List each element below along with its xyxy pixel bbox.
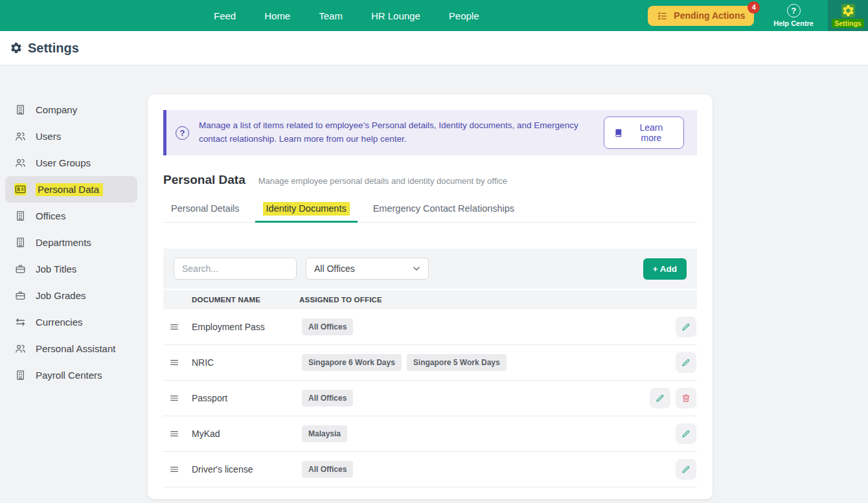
office-chip: All Offices — [302, 390, 353, 407]
nav-settings-label: Settings — [832, 19, 863, 28]
pending-actions-button[interactable]: Pending Actions — [648, 6, 754, 26]
building-icon — [14, 369, 27, 381]
sidebar-item-label: Company — [36, 104, 77, 115]
document-name: NRIC — [192, 357, 302, 368]
sidebar-item-company[interactable]: Company — [5, 96, 137, 123]
pending-actions-label: Pending Actions — [674, 10, 745, 21]
table-row: PassportAll Offices — [163, 381, 697, 416]
drag-handle-icon[interactable] — [168, 464, 180, 475]
question-circle-icon: ? — [176, 126, 189, 140]
tab-emergency-contact-relationships[interactable]: Emergency Contact Relationships — [365, 203, 522, 222]
page-header: Settings — [0, 31, 868, 65]
office-filter-select[interactable]: All Offices — [306, 258, 429, 280]
tab-identity-documents[interactable]: Identity Documents — [255, 203, 358, 222]
row-actions — [676, 423, 696, 444]
briefcase-icon — [14, 263, 27, 275]
sidebar-item-label: Job Titles — [36, 263, 76, 274]
users-icon — [14, 342, 27, 355]
sidebar-item-label: Currencies — [36, 317, 83, 328]
sidebar-item-users[interactable]: Users — [5, 123, 137, 150]
sidebar-item-payroll-centers[interactable]: Payroll Centers — [5, 362, 137, 388]
office-chip: Singapore 6 Work Days — [302, 354, 402, 371]
pencil-icon — [681, 464, 691, 475]
office-chips: All Offices — [302, 390, 650, 407]
top-navbar: FeedHomeTeamHR LoungePeople Pending Acti… — [0, 0, 868, 31]
sidebar-item-label: Users — [36, 131, 61, 142]
pending-actions: Pending Actions 4 — [648, 6, 754, 26]
id-card-icon — [14, 183, 27, 196]
sidebar-item-job-grades[interactable]: Job Grades — [5, 282, 137, 309]
users-icon — [14, 130, 27, 142]
edit-button[interactable] — [676, 423, 696, 444]
edit-button[interactable] — [676, 352, 696, 373]
users-icon — [14, 157, 27, 169]
nav-settings-button[interactable]: Settings — [828, 0, 868, 31]
edit-button[interactable] — [676, 459, 696, 480]
briefcase-icon — [14, 289, 27, 302]
sidebar-item-user-groups[interactable]: User Groups — [5, 150, 137, 176]
pencil-icon — [655, 393, 665, 403]
checklist-icon — [657, 10, 668, 21]
nav-people[interactable]: People — [449, 10, 479, 21]
table-header: DOCUMENT NAME ASSIGNED TO OFFICE — [163, 290, 697, 309]
office-chips: Singapore 6 Work DaysSingapore 5 Work Da… — [302, 354, 676, 371]
delete-button[interactable] — [676, 388, 696, 408]
page-title: Settings — [28, 41, 79, 56]
tab-label: Identity Documents — [263, 202, 350, 216]
question-circle-icon: ? — [787, 4, 801, 17]
document-name: Employment Pass — [192, 322, 302, 332]
gear-icon — [841, 4, 855, 17]
office-chip: Singapore 5 Work Days — [407, 354, 507, 371]
pending-actions-badge: 4 — [748, 1, 760, 14]
table-body: Employment PassAll OfficesNRICSingapore … — [163, 309, 697, 487]
nav-team[interactable]: Team — [319, 10, 343, 21]
sidebar-item-label: User Groups — [36, 157, 91, 168]
add-button[interactable]: + Add — [643, 258, 687, 280]
pencil-icon — [681, 357, 691, 368]
sidebar-item-offices[interactable]: Offices — [5, 203, 137, 229]
table-row: MyKadMalaysia — [163, 416, 697, 452]
office-chips: All Offices — [302, 461, 676, 478]
learn-more-label: Learn more — [629, 122, 674, 143]
drag-handle-icon[interactable] — [168, 429, 180, 439]
sidebar-item-personal-data[interactable]: Personal Data — [5, 176, 137, 203]
building-icon — [14, 104, 27, 116]
search-input[interactable] — [174, 258, 297, 280]
table-row: Employment PassAll Offices — [163, 309, 697, 345]
sidebar-item-label: Payroll Centers — [36, 370, 102, 381]
sidebar-item-label: Personal Assistant — [36, 343, 115, 354]
nav-feed[interactable]: Feed — [214, 10, 236, 21]
drag-handle-icon[interactable] — [168, 393, 180, 403]
office-chips: All Offices — [302, 319, 676, 335]
tab-personal-details[interactable]: Personal Details — [163, 203, 247, 222]
sidebar-item-label: Personal Data — [36, 183, 103, 196]
help-centre-label: Help Centre — [773, 19, 814, 27]
building-icon — [14, 236, 27, 249]
sidebar-item-departments[interactable]: Departments — [5, 229, 137, 256]
personal-data-card: ? Manage a list of items related to empl… — [148, 95, 713, 499]
column-document-name: DOCUMENT NAME — [192, 296, 299, 304]
row-actions — [676, 317, 696, 337]
column-assigned-office: ASSIGNED TO OFFICE — [299, 296, 382, 304]
sidebar-item-job-titles[interactable]: Job Titles — [5, 256, 137, 282]
help-centre-button[interactable]: ? Help Centre — [773, 4, 814, 27]
office-chip: All Offices — [302, 319, 353, 335]
banner-text: Manage a list of items related to employ… — [199, 119, 594, 146]
nav-home[interactable]: Home — [264, 10, 290, 21]
section-subtitle: Manage employee personal details and ide… — [258, 176, 507, 186]
sidebar-item-currencies[interactable]: Currencies — [5, 309, 137, 335]
building-icon — [14, 210, 27, 222]
nav-links: FeedHomeTeamHR LoungePeople — [214, 10, 479, 21]
chevron-down-icon — [411, 263, 422, 274]
trash-icon — [681, 393, 691, 403]
edit-button[interactable] — [650, 388, 670, 408]
nav-hr-lounge[interactable]: HR Lounge — [371, 10, 420, 21]
learn-more-button[interactable]: Learn more — [604, 117, 684, 149]
tab-label: Emergency Contact Relationships — [373, 203, 514, 214]
edit-button[interactable] — [676, 317, 696, 337]
drag-handle-icon[interactable] — [168, 357, 180, 368]
tab-bar: Personal DetailsIdentity DocumentsEmerge… — [163, 203, 697, 223]
sidebar-item-personal-assistant[interactable]: Personal Assistant — [5, 335, 137, 362]
drag-handle-icon[interactable] — [168, 322, 180, 332]
row-actions — [650, 388, 696, 408]
